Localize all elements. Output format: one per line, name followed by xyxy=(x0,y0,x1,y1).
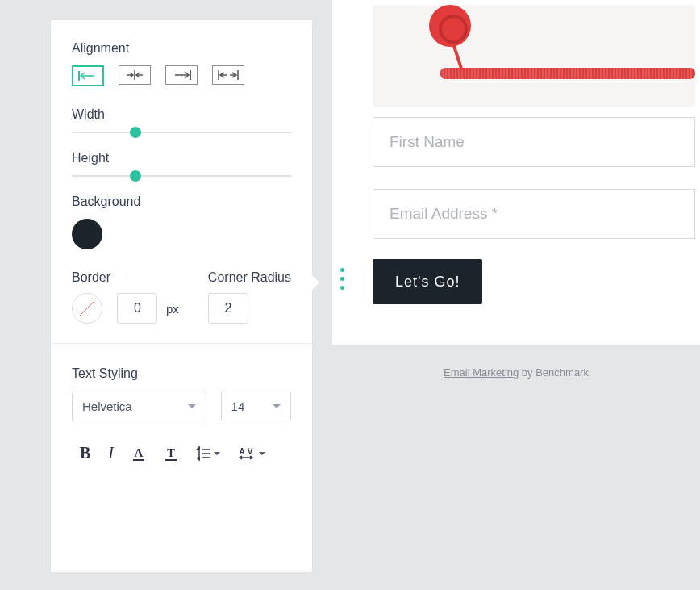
font-family-value: Helvetica xyxy=(82,400,132,413)
font-size-value: 14 xyxy=(231,400,245,413)
text-color-button[interactable]: A xyxy=(131,446,146,462)
italic-button[interactable]: I xyxy=(108,444,114,462)
bold-button[interactable]: B xyxy=(80,444,90,462)
corner-column: Corner Radius xyxy=(208,270,291,324)
highlight-button[interactable]: T xyxy=(164,446,178,462)
alignment-label: Alignment xyxy=(72,41,291,56)
align-right-button[interactable] xyxy=(165,65,198,85)
svg-text:T: T xyxy=(167,446,175,459)
caret-down-icon xyxy=(188,404,196,408)
border-unit-label: px xyxy=(166,302,179,316)
text-styling-label: Text Styling xyxy=(72,366,291,381)
font-size-select[interactable]: 14 xyxy=(221,391,291,421)
hero-image xyxy=(373,5,695,107)
first-name-placeholder: First Name xyxy=(390,133,465,151)
corner-radius-label: Corner Radius xyxy=(208,270,291,285)
border-column: Border px xyxy=(72,270,179,324)
email-field[interactable]: Email Address * xyxy=(373,189,695,239)
caret-down-icon xyxy=(273,404,281,408)
corner-radius-input[interactable] xyxy=(208,293,248,324)
footer-credit: Email Marketing by Benchmark xyxy=(332,366,700,379)
style-panel: Alignment xyxy=(50,19,313,573)
svg-text:A: A xyxy=(135,446,144,459)
alignment-row xyxy=(72,65,291,86)
first-name-field[interactable]: First Name xyxy=(373,117,695,167)
width-slider: Width xyxy=(72,107,291,133)
panel-divider xyxy=(51,343,312,344)
height-slider: Height xyxy=(72,151,291,177)
line-height-button[interactable] xyxy=(196,446,220,461)
height-label: Height xyxy=(72,151,291,165)
font-family-select[interactable]: Helvetica xyxy=(72,391,206,421)
width-slider-thumb[interactable] xyxy=(130,127,141,138)
submit-button[interactable]: Let's Go! xyxy=(373,259,482,304)
height-slider-thumb[interactable] xyxy=(130,170,141,182)
background-label: Background xyxy=(72,195,291,209)
text-format-row: B I A T A xyxy=(72,444,291,462)
height-slider-track[interactable] xyxy=(72,175,291,177)
svg-text:V: V xyxy=(248,447,253,456)
font-select-row: Helvetica 14 xyxy=(72,391,291,421)
align-full-button[interactable] xyxy=(212,65,244,85)
caret-down-icon xyxy=(259,452,265,455)
svg-rect-15 xyxy=(165,459,177,461)
border-corner-row: Border px Corner Radius xyxy=(72,270,291,324)
align-left-button[interactable] xyxy=(72,65,104,86)
svg-text:A: A xyxy=(239,447,244,456)
submit-button-label: Let's Go! xyxy=(395,274,460,291)
border-width-input[interactable] xyxy=(117,293,157,324)
svg-line-11 xyxy=(80,301,94,316)
svg-rect-13 xyxy=(133,459,144,461)
footer-suffix: by Benchmark xyxy=(519,366,589,379)
width-label: Width xyxy=(72,107,291,122)
background-color-swatch[interactable] xyxy=(72,219,102,249)
email-placeholder: Email Address * xyxy=(390,205,498,223)
caret-down-icon xyxy=(214,452,220,455)
border-color-swatch[interactable] xyxy=(72,293,102,324)
width-slider-track[interactable] xyxy=(72,132,291,133)
border-label: Border xyxy=(72,270,179,285)
letter-spacing-button[interactable]: A V xyxy=(238,446,265,461)
footer-link[interactable]: Email Marketing xyxy=(444,366,519,379)
drag-handle-icon[interactable] xyxy=(340,268,344,290)
align-center-button[interactable] xyxy=(119,65,151,85)
